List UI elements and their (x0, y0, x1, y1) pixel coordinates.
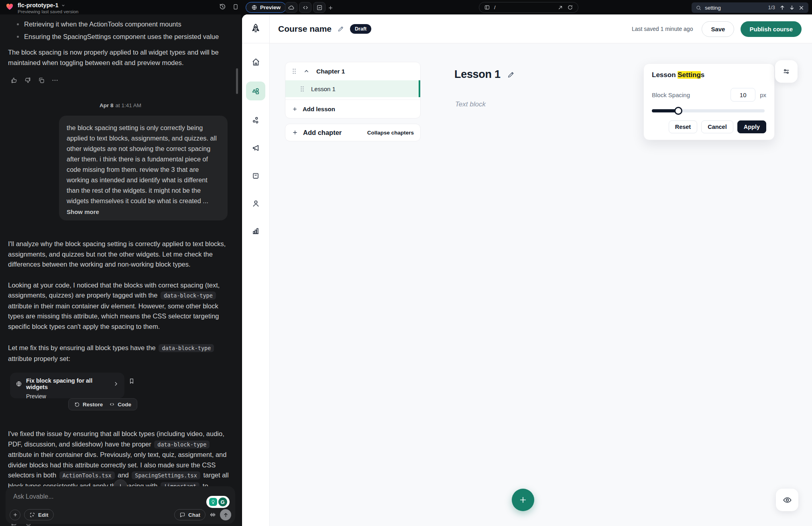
chapter-card: Chapter 1 Lesson 1 Add lesson (285, 62, 421, 118)
add-block-fab[interactable] (512, 489, 534, 511)
cancel-button[interactable]: Cancel (701, 120, 733, 133)
thumbs-down-icon[interactable] (24, 77, 31, 84)
chat-input-card[interactable]: Ask Lovable... G Edit Chat (6, 486, 235, 524)
chat-scrollbar[interactable] (236, 68, 238, 94)
project-header[interactable]: flc-prototype-1 Previewing last saved ve… (6, 2, 79, 14)
lesson-page-title: Lesson 1 (454, 68, 501, 81)
open-external-icon[interactable] (558, 5, 563, 10)
chevron-up-icon[interactable] (303, 68, 309, 74)
voice-input-icon[interactable] (209, 511, 216, 518)
attach-button[interactable] (10, 510, 20, 520)
block-spacing-slider[interactable] (652, 106, 766, 115)
edit-pencil-icon[interactable] (507, 71, 515, 79)
refresh-icon[interactable] (567, 4, 573, 10)
nav-profile[interactable] (246, 195, 265, 211)
add-tab-button[interactable] (325, 2, 336, 13)
chat-panel: Retrieving it when the ActionTools compo… (0, 14, 241, 526)
search-input[interactable]: setting (705, 5, 765, 11)
find-bar[interactable]: setting 1/3 (692, 2, 808, 13)
code-view-button[interactable] (299, 2, 311, 13)
chapter-row[interactable]: Chapter 1 (285, 62, 420, 80)
app-content: Chapter 1 Lesson 1 Add lesson Add chapte… (270, 43, 812, 526)
edit-mode-button[interactable]: Edit (24, 509, 54, 520)
block-spacing-label: Block Spacing (652, 92, 690, 98)
collapse-chapters-button[interactable]: Collapse chapters (367, 130, 414, 136)
restore-icon (74, 402, 80, 407)
drag-handle-icon[interactable] (300, 86, 305, 92)
course-title: Course name (278, 24, 332, 34)
search-highlight: Setting (678, 71, 701, 79)
save-button[interactable]: Save (702, 21, 734, 37)
slider-thumb[interactable] (674, 107, 682, 115)
device-frame-icon[interactable] (232, 3, 239, 10)
url-bar[interactable]: / (479, 2, 578, 13)
plus-icon (292, 129, 298, 136)
send-button[interactable] (220, 509, 231, 520)
apply-button[interactable]: Apply (737, 120, 766, 133)
selected-accent-bar (419, 80, 420, 97)
project-name[interactable]: flc-prototype-1 (18, 2, 59, 8)
assistant-bullet-list: Retrieving it when the ActionTools compo… (8, 19, 233, 42)
url-path[interactable]: / (494, 4, 554, 10)
chevron-down-icon[interactable] (61, 3, 65, 8)
thumbs-up-icon[interactable] (10, 77, 18, 84)
app-nav-rail (242, 14, 270, 526)
app-header: Course name Draft Last saved 1 minute ag… (242, 14, 812, 43)
lovable-logo-icon (6, 3, 14, 11)
lesson-label[interactable]: Lesson 1 (311, 86, 336, 92)
layout-sidebar-icon (484, 4, 490, 10)
show-more-button[interactable]: Show more (67, 208, 220, 215)
copy-icon[interactable] (38, 77, 45, 84)
rocket-logo-icon[interactable] (242, 14, 269, 43)
nav-store[interactable] (246, 167, 265, 183)
bar-chart-icon (251, 226, 260, 235)
eye-icon (783, 495, 792, 505)
nav-analytics[interactable] (246, 223, 265, 239)
unit-label: px (760, 92, 766, 98)
close-find-icon[interactable] (798, 5, 804, 11)
grammarly-badge[interactable]: G (206, 496, 230, 508)
more-options-icon[interactable] (51, 77, 59, 84)
find-previous-button[interactable] (779, 4, 786, 11)
version-card[interactable]: Fix block spacing for all widgets Previe… (10, 373, 124, 398)
version-toolbar: Restore Code (68, 398, 137, 410)
add-chapter-card: Add chapter Collapse chapters (285, 124, 421, 141)
bookmark-icon[interactable] (128, 377, 135, 385)
reset-button[interactable]: Reset (669, 120, 698, 133)
sliders-icon (782, 67, 790, 75)
text-block-placeholder[interactable]: Text block (455, 100, 486, 108)
nav-announcements[interactable] (246, 140, 265, 156)
analytics-icon (316, 4, 323, 11)
nav-home[interactable] (246, 54, 265, 70)
add-lesson-button[interactable]: Add lesson (285, 100, 420, 118)
lesson-row-selected[interactable]: Lesson 1 (285, 80, 420, 97)
app-preview: Course name Draft Last saved 1 minute ag… (242, 14, 812, 526)
chat-input[interactable]: Ask Lovable... (13, 493, 54, 500)
draft-badge: Draft (350, 24, 371, 34)
chat-mode-button[interactable]: Chat (174, 509, 206, 520)
nav-community[interactable] (246, 112, 265, 128)
find-next-button[interactable] (789, 4, 795, 11)
screen: flc-prototype-1 Previewing last saved ve… (0, 0, 812, 526)
code-button[interactable]: Code (109, 402, 131, 408)
block-spacing-input[interactable] (731, 88, 755, 102)
cloud-button[interactable] (285, 2, 297, 13)
code-icon (302, 4, 309, 11)
edit-pencil-icon[interactable] (337, 25, 344, 33)
drag-handle-icon[interactable] (292, 68, 297, 74)
history-icon[interactable] (219, 3, 226, 10)
nav-courses[interactable] (246, 82, 265, 100)
restore-button[interactable]: Restore (74, 402, 103, 408)
chapter-title[interactable]: Chapter 1 (316, 68, 345, 75)
version-card-area: Fix block spacing for all widgets Previe… (8, 373, 144, 411)
add-chapter-button[interactable]: Add chapter (292, 129, 342, 137)
preview-button[interactable]: Preview (246, 2, 286, 13)
project-status: Previewing last saved version (18, 9, 79, 14)
bullet-item: Ensuring the SpacingSettings component u… (8, 32, 233, 42)
lightbulb-icon (209, 498, 217, 506)
publish-course-button[interactable]: Publish course (741, 21, 802, 37)
analytics-button[interactable] (313, 2, 326, 13)
preview-mode-button[interactable] (776, 489, 798, 511)
grammarly-g-icon: G (218, 497, 227, 506)
settings-toggle-button[interactable] (775, 60, 798, 83)
